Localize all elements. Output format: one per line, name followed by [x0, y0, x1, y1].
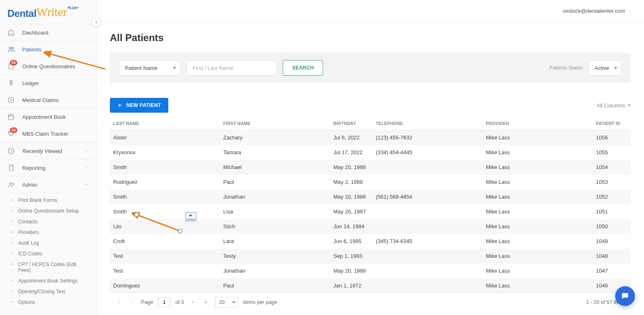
- sub-item-contacts[interactable]: Contacts: [0, 216, 96, 227]
- table-row[interactable]: LiloStichJun 14, 1984Mike Lass1050: [110, 219, 631, 234]
- table-row[interactable]: CroftLaraJun 6, 1995(345) 734-6345Mike L…: [110, 234, 631, 249]
- sidebar-item-ledger[interactable]: Ledger: [0, 75, 96, 92]
- cell-prov: Mike Lass: [483, 130, 593, 145]
- badge: 64: [10, 60, 17, 65]
- table-row[interactable]: TestJonathanMay 20, 1988Mike Lass1047: [110, 264, 631, 278]
- sub-item-online-questionnaire-setup[interactable]: Online Questionnaire Setup: [0, 206, 96, 216]
- sidebar-item-label: Reporting: [22, 165, 45, 171]
- cell-pid: 1047: [593, 264, 631, 278]
- svg-rect-5: [9, 115, 14, 120]
- cell-first: Zachary: [220, 130, 330, 145]
- user-menu-button[interactable]: sestock@dentalwriter.com: [563, 8, 632, 14]
- all-columns-label: All Columns: [597, 102, 625, 109]
- sidebar-item-label: MBS Claim Tracker: [22, 131, 68, 137]
- cell-pid: 1049: [593, 234, 631, 249]
- page-prev-button[interactable]: [128, 298, 136, 306]
- col-header-patient-id[interactable]: PATIENT ID: [593, 117, 631, 130]
- cell-first: Stich: [220, 219, 330, 234]
- sidebar-item-patients[interactable]: Patients: [0, 41, 96, 58]
- search-input[interactable]: [186, 60, 277, 76]
- cell-first: Lisa: [220, 204, 330, 219]
- cell-bday: May 20, 1988: [330, 160, 372, 175]
- cell-last: Rodriguez: [110, 175, 220, 190]
- file-icon: [7, 164, 15, 171]
- topbar: sestock@dentalwriter.com: [97, 0, 644, 22]
- logo-plus: PLUS+: [67, 6, 79, 10]
- sidebar-collapse-button[interactable]: [91, 17, 101, 27]
- table-row[interactable]: SmithLisaMay 20, 1987Mike Lass1051: [110, 204, 631, 219]
- cell-pid: 1051: [593, 204, 631, 219]
- logo-part-1: Dental: [7, 8, 36, 19]
- patients-status-select[interactable]: Active: [588, 60, 622, 76]
- page-first-button[interactable]: [115, 298, 123, 306]
- patients-table: LAST NAME FIRST NAME BIRTHDAY TELEPHONE …: [110, 117, 631, 292]
- sidebar-item-mbs-claim-tracker[interactable]: 24 MBS Claim Tracker: [0, 125, 96, 142]
- sidebar-item-admin[interactable]: Admin: [0, 176, 96, 193]
- sidebar-item-medical-claims[interactable]: Medical Claims: [0, 92, 96, 109]
- search-button[interactable]: SEARCH: [283, 60, 323, 76]
- cell-first: Paul: [220, 278, 330, 293]
- chat-widget-button[interactable]: [615, 286, 635, 306]
- table-row[interactable]: KryvonosTamaraJul 17, 2022(334) 454-4445…: [110, 145, 631, 160]
- sidebar-item-label: Patients: [22, 46, 42, 53]
- sidebar-item-appointment-book[interactable]: Appointment Book: [0, 109, 96, 125]
- next-icon: [191, 300, 195, 304]
- sidebar-item-online-questionnaires[interactable]: 64 Online Questionnaires: [0, 58, 96, 75]
- page-size-select[interactable]: 20: [215, 297, 238, 308]
- cell-tel: (123) 456-7632: [372, 130, 483, 145]
- new-patient-label: NEW PATIENT: [126, 102, 161, 108]
- cell-pid: 1048: [593, 249, 631, 264]
- sidebar-nav: Dashboard Patients 64 Online Questionnai…: [0, 24, 96, 309]
- sidebar-item-reporting[interactable]: Reporting: [0, 160, 96, 176]
- cell-prov: Mike Lass: [483, 160, 593, 175]
- cell-tel: [372, 204, 483, 219]
- table-row[interactable]: DominguezPaulJan 1, 1972Mike Lass1046: [110, 278, 631, 293]
- sub-item-appointment-book-settings[interactable]: Appointment Book Settings: [0, 276, 96, 286]
- col-header-first-name[interactable]: FIRST NAME: [220, 117, 330, 130]
- cell-prov: Mike Lass: [483, 145, 593, 160]
- sub-item-print-blank-forms[interactable]: Print Blank Forms: [0, 195, 96, 206]
- cell-bday: Jul 17, 2022: [330, 145, 372, 160]
- sidebar-item-recently-viewed[interactable]: Recently Viewed: [0, 143, 96, 160]
- last-icon: [204, 300, 208, 304]
- col-header-birthday[interactable]: BIRTHDAY: [330, 117, 372, 130]
- table-row[interactable]: SmithJonathanMay 20, 1988(561) 568-4854M…: [110, 190, 631, 204]
- cell-bday: Jul 6, 2022: [330, 130, 372, 145]
- sub-item-opening-closing-text[interactable]: Opening/Closing Text: [0, 286, 96, 297]
- page-last-button[interactable]: [202, 298, 210, 306]
- table-row[interactable]: RodriguezPaulMay 2, 1988Mike Lass1053: [110, 175, 631, 190]
- admin-submenu: Print Blank Forms Online Questionnaire S…: [0, 193, 96, 309]
- cell-last: Alster: [110, 130, 220, 145]
- table-row[interactable]: AlsterZacharyJul 6, 2022(123) 456-7632Mi…: [110, 130, 631, 145]
- cell-bday: Sep 1, 1983: [330, 249, 372, 264]
- sidebar-item-label: Dashboard: [22, 30, 49, 36]
- table-row[interactable]: SmithMichaelMay 20, 1988Mike Lass1054: [110, 160, 631, 175]
- sub-item-cpt-hcpcs-codes[interactable]: CPT / HCPCS Codes (Edit Fees): [0, 259, 96, 276]
- sub-item-options[interactable]: Options: [0, 297, 96, 308]
- cell-first: Testy: [220, 249, 330, 264]
- new-patient-button[interactable]: NEW PATIENT: [110, 98, 168, 113]
- first-icon: [117, 300, 121, 304]
- sub-item-providers[interactable]: Providers: [0, 227, 96, 238]
- all-columns-button[interactable]: All Columns: [597, 102, 631, 109]
- sidebar-item-label: Online Questionnaires: [22, 63, 75, 69]
- col-header-provider[interactable]: PROVIDER: [483, 117, 593, 130]
- page-next-button[interactable]: [189, 298, 197, 306]
- sub-item-audit-log[interactable]: Audit Log: [0, 238, 96, 248]
- sub-item-icd-codes[interactable]: ICD Codes: [0, 248, 96, 259]
- col-header-telephone[interactable]: TELEPHONE: [372, 117, 483, 130]
- page-of-label: of 3: [175, 299, 184, 305]
- items-per-page-label: items per page: [243, 299, 277, 305]
- user-email: sestock@dentalwriter.com: [563, 8, 625, 14]
- search-by-select[interactable]: Patient Name: [119, 60, 181, 76]
- cell-tel: (561) 568-4854: [372, 190, 483, 204]
- page-number-input[interactable]: [158, 297, 170, 307]
- sidebar-item-dashboard[interactable]: Dashboard: [0, 24, 96, 41]
- sidebar-item-label: Appointment Book: [22, 114, 66, 120]
- table-row[interactable]: TestTestySep 1, 1983Mike Lass1048: [110, 249, 631, 264]
- cell-tel: [372, 278, 483, 293]
- cell-prov: Mike Lass: [483, 219, 593, 234]
- caret-down-icon: [614, 67, 617, 69]
- cell-last: Smith: [110, 190, 220, 204]
- col-header-last-name[interactable]: LAST NAME: [110, 117, 220, 130]
